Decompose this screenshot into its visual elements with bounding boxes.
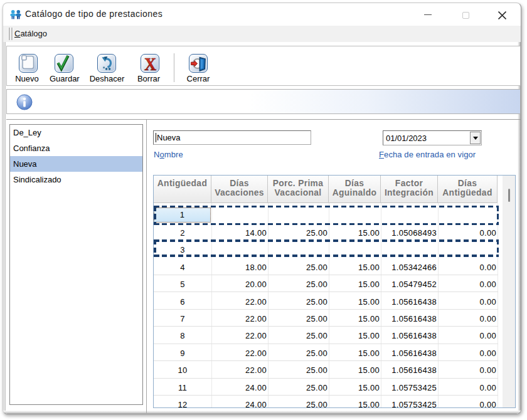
svg-text:X: X <box>144 55 157 72</box>
